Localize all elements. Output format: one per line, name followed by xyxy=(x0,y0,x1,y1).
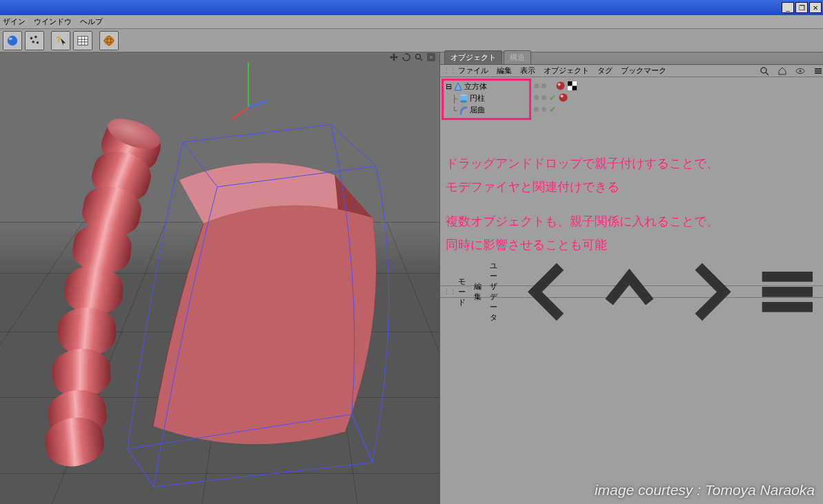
globe-icon xyxy=(103,34,115,47)
tool-help-arrow[interactable]: ? xyxy=(51,31,70,50)
rotate-icon[interactable] xyxy=(402,53,410,61)
enable-check[interactable]: ✔ xyxy=(549,93,556,103)
svg-point-33 xyxy=(558,83,561,86)
grip-icon[interactable]: ⋮⋮ xyxy=(443,288,450,296)
tab-object[interactable]: オブジェクト xyxy=(444,50,502,64)
om-menu-object[interactable]: オブジェクト xyxy=(544,65,589,76)
bend-icon xyxy=(459,105,468,115)
svg-point-32 xyxy=(557,82,565,90)
spreadsheet-icon xyxy=(77,34,89,47)
tree-item-cube[interactable]: ⊟ 立方体 xyxy=(444,81,529,92)
viewport[interactable] xyxy=(0,52,440,504)
vis-dot[interactable] xyxy=(542,83,546,88)
panel-tabs: オブジェクト 構造 xyxy=(440,52,823,65)
tree-item-bend[interactable]: └ 屈曲 xyxy=(444,104,529,116)
svg-point-1 xyxy=(9,37,12,40)
svg-rect-28 xyxy=(815,72,822,74)
svg-text:?: ? xyxy=(57,34,61,43)
vis-dot[interactable] xyxy=(534,83,539,88)
toolbar: ? xyxy=(0,29,823,52)
svg-point-0 xyxy=(8,35,17,45)
svg-point-5 xyxy=(37,41,39,43)
svg-point-4 xyxy=(32,41,34,43)
menubar: ザイン ウインドウ ヘルプ xyxy=(0,15,823,29)
axis-gizmo xyxy=(228,59,269,121)
close-button[interactable]: ✕ xyxy=(809,2,822,13)
minimize-button[interactable]: _ xyxy=(782,2,794,13)
svg-rect-27 xyxy=(815,70,822,72)
sphere-icon xyxy=(6,34,19,47)
tool-spreadsheet[interactable] xyxy=(73,31,92,50)
om-menu-bookmark[interactable]: ブックマーク xyxy=(621,65,666,76)
attribute-manager-menubar: ⋮⋮ モード 編集 ユーザデータ xyxy=(440,285,823,298)
cylinder-icon xyxy=(459,94,468,103)
om-menu-view[interactable]: 表示 xyxy=(520,65,535,76)
annotation-2: 複数オブジェクトも、親子関係に入れることで、 同時に影響させることも可能 xyxy=(446,210,818,256)
svg-line-23 xyxy=(766,72,769,75)
menu-help[interactable]: ヘルプ xyxy=(80,17,103,27)
tree-item-cylinder[interactable]: ├ 円柱 xyxy=(444,92,529,104)
svg-point-37 xyxy=(559,94,568,102)
home-icon[interactable] xyxy=(777,66,787,76)
svg-point-12 xyxy=(104,35,114,45)
svg-point-3 xyxy=(34,35,37,38)
svg-line-20 xyxy=(231,108,248,120)
tool-sphere[interactable] xyxy=(3,31,22,50)
enable-check[interactable]: ✔ xyxy=(549,105,556,114)
om-menu-file[interactable]: ファイル xyxy=(458,65,488,76)
tab-structure[interactable]: 構造 xyxy=(504,50,531,64)
object-manager-menubar: ⋮⋮ ファイル 編集 表示 オブジェクト タグ ブックマーク xyxy=(440,65,823,77)
move-icon[interactable] xyxy=(390,53,398,61)
svg-point-22 xyxy=(761,68,766,73)
collapse-icon[interactable]: ⊟ xyxy=(445,82,452,91)
menu-icon[interactable] xyxy=(813,66,823,76)
tool-globe[interactable] xyxy=(99,31,119,50)
svg-point-25 xyxy=(800,70,802,72)
zoom-icon[interactable] xyxy=(415,53,423,61)
eye-icon[interactable] xyxy=(795,66,805,76)
svg-rect-39 xyxy=(762,272,813,282)
maximize-button[interactable]: ❐ xyxy=(795,2,808,13)
menu-design[interactable]: ザイン xyxy=(3,17,26,27)
vis-dot[interactable] xyxy=(534,95,539,100)
viewport-nav-strip xyxy=(0,52,439,62)
frame-icon[interactable] xyxy=(427,53,435,61)
deformer-cage xyxy=(121,104,404,501)
annotation-1: ドラッグアンドドロップで親子付けすることで、 モデファイヤと関連付けできる xyxy=(446,152,818,199)
grip-icon[interactable]: ⋮⋮ xyxy=(443,66,450,75)
om-flags: ✔ ✔ xyxy=(534,80,577,115)
svg-rect-36 xyxy=(573,86,577,91)
om-menu-edit[interactable]: 編集 xyxy=(497,65,512,76)
phong-tag-icon[interactable] xyxy=(559,93,568,102)
tool-particles[interactable] xyxy=(25,31,44,50)
svg-point-38 xyxy=(561,95,564,98)
titlebar: _ ❐ ✕ xyxy=(0,0,823,15)
svg-line-21 xyxy=(248,101,268,108)
svg-rect-18 xyxy=(429,55,433,59)
right-panel: オブジェクト 構造 ⋮⋮ ファイル 編集 表示 オブジェクト タグ ブックマーク… xyxy=(440,52,823,504)
checker-tag-icon[interactable] xyxy=(568,81,577,90)
particles-icon xyxy=(28,34,41,47)
svg-rect-35 xyxy=(568,81,573,86)
object-manager-tree[interactable]: ⊟ 立方体 ├ 円柱 └ 屈曲 xyxy=(440,77,823,188)
svg-point-2 xyxy=(30,37,33,39)
svg-point-31 xyxy=(460,100,467,103)
svg-line-16 xyxy=(420,59,422,61)
search-icon[interactable] xyxy=(760,66,769,76)
vis-dot[interactable] xyxy=(542,107,546,112)
vis-dot[interactable] xyxy=(542,95,546,100)
menu-window[interactable]: ウインドウ xyxy=(34,17,72,27)
om-menu-tag[interactable]: タグ xyxy=(597,65,613,76)
svg-point-15 xyxy=(416,54,421,59)
svg-rect-7 xyxy=(78,36,88,45)
phong-tag-icon[interactable] xyxy=(556,81,565,90)
cone-icon xyxy=(453,82,463,92)
help-arrow-icon: ? xyxy=(54,34,67,47)
svg-rect-26 xyxy=(815,68,822,70)
svg-rect-40 xyxy=(762,287,813,297)
main: オブジェクト 構造 ⋮⋮ ファイル 編集 表示 オブジェクト タグ ブックマーク… xyxy=(0,52,823,504)
highlight-box: ⊟ 立方体 ├ 円柱 └ 屈曲 xyxy=(442,79,531,120)
vis-dot[interactable] xyxy=(534,107,539,112)
